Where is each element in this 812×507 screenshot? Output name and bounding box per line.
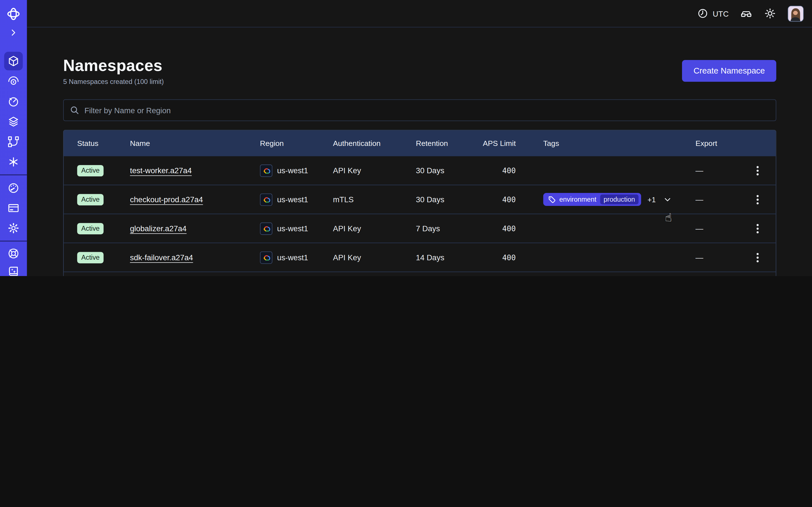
export-value: — <box>696 195 703 204</box>
search-icon <box>69 105 80 117</box>
cube-icon <box>7 55 20 67</box>
export-value: — <box>696 224 703 233</box>
filter-input[interactable] <box>63 100 776 121</box>
region-label: us-west1 <box>277 166 308 175</box>
gear-icon <box>7 222 20 234</box>
accessibility-glasses-button[interactable] <box>740 7 753 20</box>
tag-value: production <box>600 194 639 205</box>
sidebar-item-deployments[interactable] <box>4 132 23 151</box>
table-row: Active checkout-prod.a27a4 us-west1 mTLS <box>64 185 776 214</box>
status-badge: Active <box>77 223 104 234</box>
namespaces-table: Status Name Region Authentication Retent… <box>63 130 776 276</box>
status-badge: Active <box>77 165 104 176</box>
clock-icon <box>697 8 709 19</box>
auth-value: API Key <box>333 253 416 262</box>
table-header-row: Status Name Region Authentication Retent… <box>64 130 776 156</box>
create-namespace-button[interactable]: Create Namespace <box>682 60 776 82</box>
main-content: Namespaces 5 Namespaces created (100 lim… <box>27 27 812 276</box>
namespace-link[interactable]: sdk-failover.a27a4 <box>130 253 193 262</box>
row-menu-kebab-icon[interactable] <box>753 222 762 235</box>
timezone-label: UTC <box>713 9 729 18</box>
col-retention: Retention <box>416 139 480 147</box>
table-row: Active sdk-failover.a27a4 us-west1 API K… <box>64 243 776 272</box>
lifebuoy-icon <box>7 247 20 260</box>
col-aps-limit: APS Limit <box>480 139 516 147</box>
gcp-cloud-icon <box>260 193 272 206</box>
tag-key: environment <box>559 195 596 203</box>
col-status: Status <box>77 139 130 147</box>
namespace-link[interactable]: globalizer.a27a4 <box>130 224 187 233</box>
status-badge: Active <box>77 252 104 263</box>
book-sparkle-icon <box>7 265 20 276</box>
page-title: Namespaces <box>63 56 164 75</box>
layers-icon <box>7 115 20 128</box>
region-label: us-west1 <box>277 224 308 233</box>
temporal-logo-icon <box>4 5 23 23</box>
theme-toggle-button[interactable] <box>764 7 776 20</box>
table-row: Active globalizer.a27a4 us-west1 API Key <box>64 214 776 243</box>
retention-value: 30 Days <box>416 166 480 175</box>
app-window: $ 2.35.1 UTC <box>0 0 812 276</box>
gcp-cloud-icon <box>260 251 272 264</box>
col-name: Name <box>130 139 260 147</box>
namespace-link[interactable]: test-worker.a27a4 <box>130 166 192 175</box>
table-row: Active test-worker.a27a4 us-west1 API Ke… <box>64 156 776 185</box>
page-subtitle: 5 Namespaces created (100 limit) <box>63 78 164 86</box>
avatar-image-icon <box>788 6 803 21</box>
sidebar: $ 2.35.1 <box>0 0 27 276</box>
gcp-cloud-icon <box>260 164 272 177</box>
user-avatar[interactable] <box>788 5 804 21</box>
retention-value: 7 Days <box>416 224 480 233</box>
row-menu-kebab-icon[interactable] <box>753 193 762 206</box>
table-row: Active quickstart-workflows.a27a4 us-wes… <box>64 272 776 276</box>
gauge-icon <box>7 182 20 194</box>
col-auth: Authentication <box>333 139 416 147</box>
retention-value: 30 Days <box>416 195 480 204</box>
sidebar-collapse-chevron-icon[interactable] <box>6 25 21 40</box>
export-value: — <box>696 253 703 262</box>
topbar: UTC <box>27 0 812 27</box>
branch-icon <box>7 135 20 148</box>
credit-card-icon <box>7 202 20 214</box>
row-menu-kebab-icon[interactable] <box>753 164 762 177</box>
tags-expand-chevron-icon[interactable] <box>662 194 673 205</box>
sidebar-item-docs[interactable] <box>5 263 22 276</box>
auth-value: API Key <box>333 224 416 233</box>
sidebar-item-support[interactable] <box>5 245 22 262</box>
auth-value: mTLS <box>333 195 416 204</box>
aps-limit-value: 400 <box>480 166 516 175</box>
timer-icon <box>7 95 20 108</box>
asterisk-icon <box>7 156 20 168</box>
col-export: Export <box>696 139 764 147</box>
auth-value: API Key <box>333 166 416 175</box>
row-menu-kebab-icon[interactable] <box>753 251 762 264</box>
sidebar-item-schedules[interactable] <box>4 92 23 111</box>
sidebar-item-usage-gauge[interactable] <box>4 179 23 197</box>
tag-icon <box>548 195 556 203</box>
aps-limit-value: 400 <box>480 253 516 262</box>
namespace-link[interactable]: checkout-prod.a27a4 <box>130 195 203 204</box>
status-badge: Active <box>77 194 104 205</box>
sidebar-item-billing[interactable] <box>4 199 23 217</box>
glasses-icon <box>740 7 753 20</box>
col-region: Region <box>260 139 333 147</box>
region-label: us-west1 <box>277 195 308 204</box>
sidebar-item-asterisk[interactable] <box>4 153 23 171</box>
col-tags: Tags <box>516 139 695 147</box>
retention-value: 14 Days <box>416 253 480 262</box>
sidebar-item-settings[interactable] <box>4 219 23 237</box>
sidebar-item-eye[interactable] <box>4 72 23 91</box>
sidebar-item-layers[interactable] <box>4 112 23 131</box>
timezone-selector[interactable]: UTC <box>697 8 729 19</box>
region-label: us-west1 <box>277 253 308 262</box>
aps-limit-value: 400 <box>480 224 516 232</box>
gcp-cloud-icon <box>260 222 272 235</box>
export-value: — <box>696 166 703 175</box>
sidebar-item-namespaces[interactable] <box>4 52 23 70</box>
aps-limit-value: 400 <box>480 195 516 203</box>
tags-more-count: +1 <box>647 195 656 203</box>
tag-pill[interactable]: environment production <box>543 193 642 206</box>
sun-icon <box>764 7 776 20</box>
eye-icon <box>7 75 20 87</box>
